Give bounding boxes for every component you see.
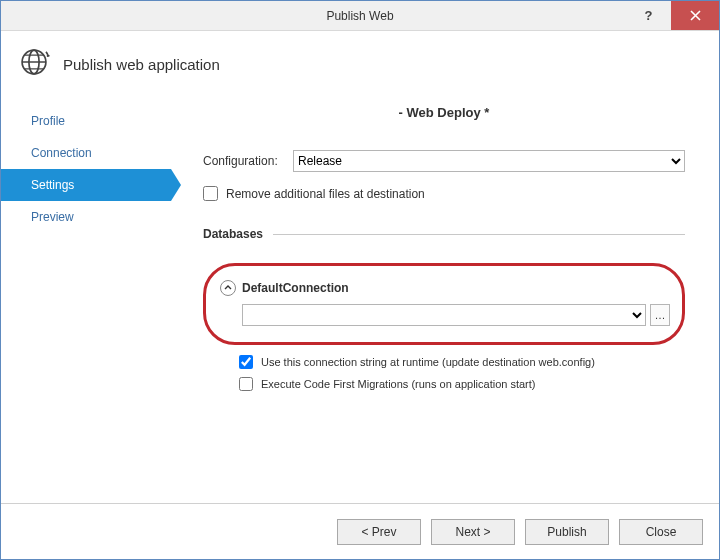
connection-string-select[interactable]: [242, 304, 646, 326]
use-runtime-label: Use this connection string at runtime (u…: [261, 356, 595, 368]
close-window-button[interactable]: [671, 1, 719, 30]
publish-web-dialog: Publish Web ? Publish web application Pr…: [0, 0, 720, 560]
close-icon: [690, 10, 701, 21]
titlebar: Publish Web ?: [1, 1, 719, 31]
dialog-title: Publish web application: [63, 56, 220, 73]
connection-string-browse-button[interactable]: …: [650, 304, 670, 326]
sidebar-item-label: Settings: [31, 178, 74, 192]
section-divider: [273, 234, 685, 235]
use-runtime-checkbox[interactable]: [239, 355, 253, 369]
help-button[interactable]: ?: [626, 1, 671, 30]
configuration-select[interactable]: Release: [293, 150, 685, 172]
close-button[interactable]: Close: [619, 519, 703, 545]
dialog-body: Profile Connection Settings Preview - We…: [1, 105, 719, 503]
code-first-checkbox[interactable]: [239, 377, 253, 391]
default-connection-header: DefaultConnection: [220, 280, 670, 296]
databases-section-header: Databases: [203, 227, 685, 241]
dialog-header: Publish web application: [1, 31, 719, 105]
remove-files-row: Remove additional files at destination: [203, 186, 685, 201]
window-title: Publish Web: [1, 9, 719, 23]
collapse-toggle[interactable]: [220, 280, 236, 296]
sidebar-item-preview[interactable]: Preview: [1, 201, 171, 233]
sidebar-item-label: Preview: [31, 210, 74, 224]
remove-files-label: Remove additional files at destination: [226, 187, 425, 201]
publish-button[interactable]: Publish: [525, 519, 609, 545]
deploy-method-label: - Web Deploy *: [203, 105, 685, 120]
sidebar-item-label: Profile: [31, 114, 65, 128]
configuration-label: Configuration:: [203, 154, 293, 168]
highlight-ring: DefaultConnection …: [203, 263, 685, 345]
databases-heading: Databases: [203, 227, 263, 241]
sidebar-item-label: Connection: [31, 146, 92, 160]
code-first-label: Execute Code First Migrations (runs on a…: [261, 378, 536, 390]
sidebar-item-connection[interactable]: Connection: [1, 137, 171, 169]
configuration-row: Configuration: Release: [203, 150, 685, 172]
connection-name: DefaultConnection: [242, 281, 349, 295]
dialog-footer: < Prev Next > Publish Close: [1, 503, 719, 559]
prev-button[interactable]: < Prev: [337, 519, 421, 545]
next-button[interactable]: Next >: [431, 519, 515, 545]
globe-icon: [17, 45, 51, 83]
use-runtime-row: Use this connection string at runtime (u…: [239, 355, 685, 369]
chevron-up-icon: [224, 284, 232, 292]
code-first-row: Execute Code First Migrations (runs on a…: [239, 377, 685, 391]
remove-files-checkbox[interactable]: [203, 186, 218, 201]
sidebar-item-settings[interactable]: Settings: [1, 169, 171, 201]
connection-string-row: …: [242, 304, 670, 326]
sidebar-nav: Profile Connection Settings Preview: [1, 105, 171, 503]
window-controls: ?: [626, 1, 719, 30]
settings-panel: - Web Deploy * Configuration: Release Re…: [171, 105, 719, 503]
sidebar-item-profile[interactable]: Profile: [1, 105, 171, 137]
